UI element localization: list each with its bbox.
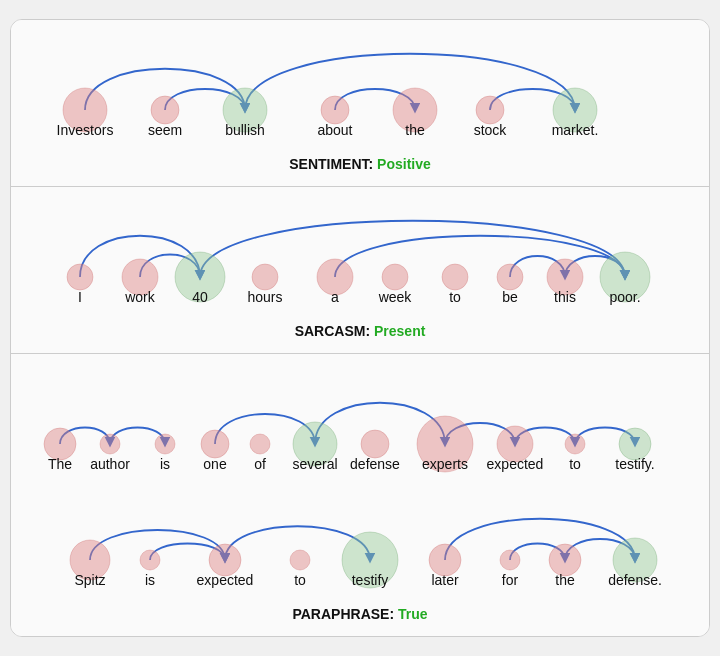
word-sarcasm-0-8: this	[544, 289, 586, 305]
word-paraphrase-1-7: the	[545, 572, 584, 588]
word-paraphrase-1-0: Spitz	[64, 572, 115, 588]
word-paraphrase-0-0: The	[38, 456, 82, 472]
label-key-paraphrase: PARAPHRASE:	[292, 606, 398, 622]
word-sarcasm-0-4: a	[321, 289, 349, 305]
word-sentiment-0-3: about	[307, 122, 362, 138]
word-paraphrase-0-1: author	[80, 456, 140, 472]
word-paraphrase-0-7: experts	[412, 456, 478, 472]
word-paraphrase-0-8: expected	[477, 456, 554, 472]
word-paraphrase-1-3: to	[284, 572, 316, 588]
svg-point-22	[155, 434, 175, 454]
word-paraphrase-0-5: several	[282, 456, 347, 472]
label-key-sentiment: SENTIMENT:	[289, 156, 377, 172]
svg-point-14	[382, 264, 408, 290]
word-paraphrase-0-6: defense	[340, 456, 410, 472]
word-paraphrase-1-1: is	[135, 572, 165, 588]
word-sentiment-0-1: seem	[138, 122, 192, 138]
svg-point-6	[476, 96, 504, 124]
word-sarcasm-0-3: hours	[237, 289, 292, 305]
word-paraphrase-1-6: for	[492, 572, 528, 588]
word-sarcasm-0-6: to	[439, 289, 471, 305]
word-paraphrase-1-8: defense.	[598, 572, 672, 588]
word-paraphrase-0-9: to	[559, 456, 591, 472]
svg-point-38	[500, 550, 520, 570]
svg-point-33	[140, 550, 160, 570]
word-paraphrase-0-10: testify.	[605, 456, 664, 472]
arc-area-sentiment-0	[21, 30, 699, 120]
panel-paraphrase: Theauthorisoneofseveraldefenseexpertsexp…	[11, 354, 709, 636]
arc-area-paraphrase-1	[21, 480, 699, 570]
svg-point-21	[100, 434, 120, 454]
svg-point-16	[497, 264, 523, 290]
arc-area-paraphrase-0	[21, 364, 699, 454]
word-sentiment-0-4: the	[395, 122, 434, 138]
word-sarcasm-0-9: poor.	[599, 289, 650, 305]
label-paraphrase: PARAPHRASE: True	[21, 606, 699, 622]
svg-point-29	[565, 434, 585, 454]
arc-area-sarcasm-0	[21, 197, 699, 287]
svg-point-9	[67, 264, 93, 290]
word-sentiment-0-2: bullish	[215, 122, 275, 138]
svg-point-35	[290, 550, 310, 570]
word-sarcasm-0-1: work	[115, 289, 165, 305]
panel-sentiment: Investorsseembullishaboutthestockmarket.…	[11, 20, 709, 187]
svg-point-23	[201, 430, 229, 458]
panel-sarcasm: Iwork40hoursaweektobethispoor.SARCASM: P…	[11, 187, 709, 354]
svg-point-4	[321, 96, 349, 124]
word-paraphrase-0-4: of	[244, 456, 276, 472]
label-sarcasm: SARCASM: Present	[21, 323, 699, 339]
label-sentiment: SENTIMENT: Positive	[21, 156, 699, 172]
word-sentiment-0-0: Investors	[47, 122, 124, 138]
word-paraphrase-0-2: is	[150, 456, 180, 472]
main-container: Investorsseembullishaboutthestockmarket.…	[10, 19, 710, 637]
label-key-sarcasm: SARCASM:	[295, 323, 374, 339]
word-paraphrase-0-3: one	[193, 456, 236, 472]
svg-point-24	[250, 434, 270, 454]
word-sentiment-0-5: stock	[464, 122, 517, 138]
svg-point-15	[442, 264, 468, 290]
word-sarcasm-0-5: week	[369, 289, 422, 305]
label-val-sarcasm: Present	[374, 323, 425, 339]
word-sarcasm-0-2: 40	[182, 289, 218, 305]
word-paraphrase-1-4: testify	[342, 572, 399, 588]
svg-point-12	[252, 264, 278, 290]
svg-point-2	[151, 96, 179, 124]
word-paraphrase-1-5: later	[421, 572, 468, 588]
svg-point-26	[361, 430, 389, 458]
word-paraphrase-1-2: expected	[187, 572, 264, 588]
word-sentiment-0-6: market.	[542, 122, 609, 138]
word-sarcasm-0-0: I	[68, 289, 92, 305]
label-val-sentiment: Positive	[377, 156, 431, 172]
label-val-paraphrase: True	[398, 606, 428, 622]
word-sarcasm-0-7: be	[492, 289, 528, 305]
